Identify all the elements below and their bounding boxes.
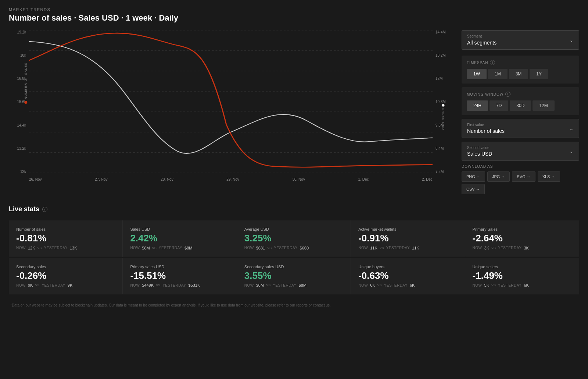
x-tick-2: 28. Nov xyxy=(161,177,173,181)
moving-window-btn-24h[interactable]: 24H xyxy=(467,100,488,111)
second-value-label: Second value xyxy=(467,146,492,150)
moving-window-info-icon[interactable]: i xyxy=(505,92,510,97)
second-value-text: Sales USD xyxy=(467,151,492,157)
moving-window-btn-30d[interactable]: 30D xyxy=(510,100,531,111)
stat-card: Average USD 3.25% NOW $681 VS YESTERDAY … xyxy=(237,220,351,257)
vs-text: VS xyxy=(377,283,382,287)
vs-text: VS xyxy=(491,283,496,287)
first-value-text: Number of sales xyxy=(467,128,505,134)
stat-yesterday-label: YESTERDAY xyxy=(44,246,68,250)
stat-now-label: NOW xyxy=(244,246,254,250)
x-tick-5: 1. Dec xyxy=(358,177,369,181)
y-left-tick-4: 14.4k xyxy=(17,123,26,127)
stat-comparison: NOW $449K VS YESTERDAY $531K xyxy=(130,283,229,287)
x-tick-4: 30. Nov xyxy=(292,177,305,181)
stat-now-value: 9K xyxy=(28,283,33,287)
download-btns: PNG → JPG → SVG → XLS → CSV → xyxy=(462,171,579,194)
segment-content: Segment All segments xyxy=(467,34,496,46)
stat-card-title: Sales USD xyxy=(130,227,229,231)
stat-card: Primary sales USD -15.51% NOW $449K VS Y… xyxy=(123,258,237,295)
second-value-content: Second value Sales USD xyxy=(467,146,492,157)
stat-now-value: 11K xyxy=(370,246,377,250)
stat-yesterday-value: 6K xyxy=(524,283,528,287)
stat-card-value: 3.55% xyxy=(244,270,343,281)
right-axis-title: SALES USD xyxy=(441,108,445,130)
stat-comparison: NOW 5K VS YESTERDAY 6K xyxy=(473,283,572,287)
download-svg-btn[interactable]: SVG → xyxy=(512,171,535,182)
timespan-info-icon[interactable]: i xyxy=(490,60,495,65)
stat-card-title: Average USD xyxy=(244,227,343,231)
second-value-arrow: ⌄ xyxy=(569,148,574,154)
second-value-dropdown[interactable]: Second value Sales USD ⌄ xyxy=(462,142,579,161)
download-xls-btn[interactable]: XLS → xyxy=(538,171,560,182)
x-tick-0: 26. Nov xyxy=(29,177,42,181)
download-label: DOWNLOAD AS xyxy=(462,164,579,169)
timespan-btn-3m[interactable]: 3M xyxy=(509,69,528,79)
live-stats-info-icon[interactable]: i xyxy=(42,207,47,212)
download-png-btn[interactable]: PNG → xyxy=(462,171,485,182)
sidebar: Segment All segments ⌄ TIMESPAN i 1W 1M … xyxy=(462,30,579,194)
stat-now-label: NOW xyxy=(16,283,26,287)
first-value-content: First value Number of sales xyxy=(467,123,505,134)
first-value-dropdown[interactable]: First value Number of sales ⌄ xyxy=(462,119,579,138)
stat-card: Unique sellers -1.49% NOW 5K VS YESTERDA… xyxy=(465,258,579,295)
left-axis-title: NUMBER OF SALES xyxy=(24,62,28,99)
stat-now-value: 5K xyxy=(484,283,489,287)
stat-card-value: -0.63% xyxy=(358,270,457,281)
app-title: MARKET TRENDS xyxy=(9,7,579,12)
moving-window-label: MOVING WINDOW i xyxy=(467,92,574,97)
stat-yesterday-label: YESTERDAY xyxy=(384,283,408,287)
stat-card-value: -2.64% xyxy=(473,233,572,244)
vs-text: VS xyxy=(35,283,39,287)
stat-card: Secondary sales USD 3.55% NOW $8M VS YES… xyxy=(237,258,351,295)
stat-yesterday-label: YESTERDAY xyxy=(498,283,521,287)
stat-now-label: NOW xyxy=(130,246,140,250)
chart-wrapper: NUMBER OF SALES 19.2k 18k 16.8k 15.6k 14… xyxy=(9,30,453,185)
stat-yesterday-value: $531K xyxy=(189,283,200,287)
x-tick-6: 2. Dec xyxy=(422,177,433,181)
timespan-label: TIMESPAN i xyxy=(467,60,574,65)
stat-now-label: NOW xyxy=(130,283,140,287)
stat-now-value: 12K xyxy=(28,246,35,250)
live-stats-title: Live stats i xyxy=(9,205,579,213)
y-right-tick-6: 7.2M xyxy=(435,170,444,174)
timespan-btn-1w[interactable]: 1W xyxy=(467,69,487,79)
stat-card-value: -1.49% xyxy=(473,270,572,281)
stat-card: Unique buyers -0.63% NOW 6K VS YESTERDAY… xyxy=(351,258,465,295)
timespan-group: TIMESPAN i 1W 1M 3M 1Y xyxy=(462,56,579,84)
vs-text: VS xyxy=(266,283,270,287)
x-axis: 26. Nov 27. Nov 28. Nov 29. Nov 30. Nov … xyxy=(29,174,433,185)
stat-card-value: -0.26% xyxy=(16,270,115,281)
vs-text: VS xyxy=(156,283,160,287)
stat-yesterday-label: YESTERDAY xyxy=(274,246,297,250)
download-jpg-btn[interactable]: JPG → xyxy=(487,171,510,182)
timespan-btn-1m[interactable]: 1M xyxy=(488,69,508,79)
stat-now-label: NOW xyxy=(473,246,482,250)
stat-yesterday-value: 13K xyxy=(70,246,77,250)
moving-window-btn-12m[interactable]: 12M xyxy=(533,100,554,111)
moving-window-btn-7d[interactable]: 7D xyxy=(490,100,508,111)
moving-window-btn-group: 24H 7D 30D 12M xyxy=(467,100,574,111)
stat-yesterday-value: $8M xyxy=(184,246,192,250)
stats-grid-row1: Number of sales -0.81% NOW 12K VS YESTER… xyxy=(9,220,579,257)
stat-card-title: Number of sales xyxy=(16,227,115,231)
stat-now-value: $449K xyxy=(142,283,154,287)
segment-dropdown[interactable]: Segment All segments ⌄ xyxy=(462,30,579,50)
stat-card-value: -15.51% xyxy=(130,270,229,281)
stat-now-value: $681 xyxy=(256,246,265,250)
stat-comparison: NOW 9K VS YESTERDAY 9K xyxy=(16,283,115,287)
vs-text: VS xyxy=(267,246,272,250)
y-right-tick-2: 12M xyxy=(435,77,442,81)
y-right-tick-5: 8.4M xyxy=(435,146,444,150)
stat-yesterday-value: $660 xyxy=(300,246,309,250)
stat-card-title: Primary sales USD xyxy=(130,265,229,269)
first-value-arrow: ⌄ xyxy=(569,125,574,131)
stat-card-title: Unique buyers xyxy=(358,265,457,269)
stat-now-label: NOW xyxy=(358,283,368,287)
download-csv-btn[interactable]: CSV → xyxy=(462,184,485,194)
stat-card: Active market wallets -0.91% NOW 11K VS … xyxy=(351,220,465,257)
vs-text: VS xyxy=(37,246,42,250)
stat-now-label: NOW xyxy=(473,283,482,287)
timespan-btn-1y[interactable]: 1Y xyxy=(530,69,548,79)
stat-yesterday-value: 11K xyxy=(412,246,419,250)
